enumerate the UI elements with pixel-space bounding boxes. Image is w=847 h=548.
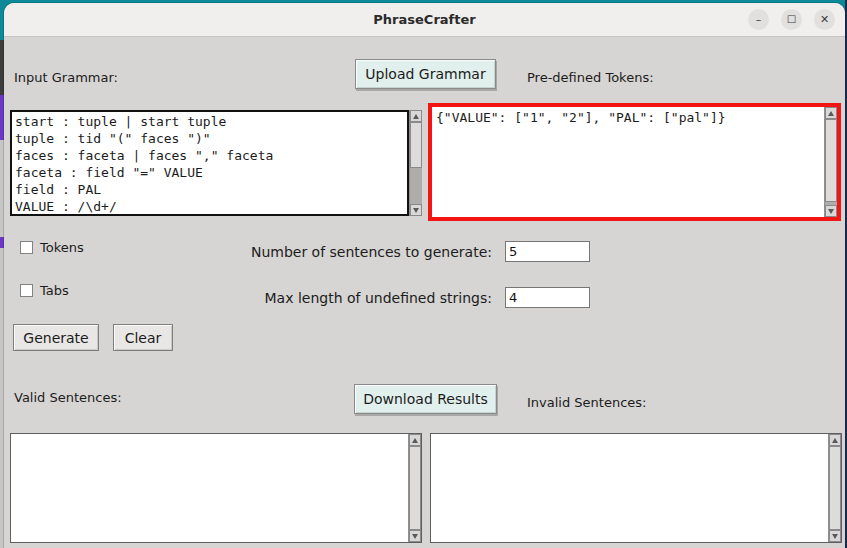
tokens-checkbox[interactable]	[20, 241, 33, 254]
invalid-sentences-label: Invalid Sentences:	[527, 395, 646, 410]
titlebar[interactable]: PhraseCrafter – □ ✕	[4, 3, 845, 37]
scrollbar-thumb[interactable]	[410, 122, 422, 168]
scroll-down-icon[interactable]	[825, 205, 837, 217]
upload-grammar-button[interactable]: Upload Grammar	[355, 59, 496, 89]
scrollbar-track[interactable]	[409, 446, 421, 530]
input-grammar-label: Input Grammar:	[14, 70, 118, 85]
scroll-down-icon[interactable]	[409, 530, 421, 542]
scroll-up-icon[interactable]	[829, 434, 841, 446]
valid-sentences-textarea[interactable]	[11, 434, 408, 542]
tokens-checkbox-label: Tokens	[40, 240, 84, 255]
minimize-icon: –	[756, 14, 762, 25]
maximize-icon: □	[787, 14, 796, 24]
scrollbar-track[interactable]	[410, 122, 422, 204]
valid-scrollbar[interactable]	[408, 434, 421, 542]
tokens-textarea[interactable]: {"VALUE": ["1", "2"], "PAL": ["pal"]}	[432, 107, 824, 217]
max-length-label: Max length of undefined strings:	[186, 290, 492, 306]
scroll-up-icon[interactable]	[410, 110, 422, 122]
scroll-down-icon[interactable]	[410, 204, 422, 216]
window-title: PhraseCrafter	[4, 12, 845, 27]
close-button[interactable]: ✕	[814, 9, 835, 30]
max-length-input[interactable]	[505, 287, 590, 308]
download-results-button[interactable]: Download Results	[354, 384, 497, 414]
scroll-down-icon[interactable]	[829, 530, 841, 542]
minimize-button[interactable]: –	[748, 9, 769, 30]
scrollbar-track[interactable]	[829, 446, 841, 530]
clear-button[interactable]: Clear	[113, 324, 173, 351]
scrollbar-track[interactable]	[825, 119, 837, 205]
generate-button[interactable]: Generate	[13, 324, 99, 351]
tokens-checkbox-row[interactable]: Tokens	[20, 240, 84, 255]
grammar-area: start : tuple | start tuple tuple : tid …	[10, 110, 422, 216]
invalid-scrollbar[interactable]	[828, 434, 841, 542]
maximize-button[interactable]: □	[781, 9, 802, 30]
valid-sentences-box	[10, 433, 422, 543]
scrollbar-thumb[interactable]	[829, 446, 841, 530]
app-window: PhraseCrafter – □ ✕ Input Grammar: Uploa…	[4, 3, 845, 548]
invalid-sentences-textarea[interactable]	[431, 434, 828, 542]
close-icon: ✕	[820, 14, 829, 25]
grammar-text[interactable]: start : tuple | start tuple tuple : tid …	[15, 113, 404, 215]
tabs-checkbox[interactable]	[20, 284, 33, 297]
tokens-highlight-box: {"VALUE": ["1", "2"], "PAL": ["pal"]}	[428, 103, 841, 221]
scroll-up-icon[interactable]	[825, 107, 837, 119]
scrollbar-thumb[interactable]	[409, 446, 421, 530]
scrollbar-thumb[interactable]	[825, 119, 837, 202]
invalid-sentences-box	[430, 433, 842, 543]
predefined-tokens-label: Pre-defined Tokens:	[527, 70, 654, 85]
scroll-up-icon[interactable]	[409, 434, 421, 446]
tabs-checkbox-row[interactable]: Tabs	[20, 283, 69, 298]
num-sentences-label: Number of sentences to generate:	[186, 244, 492, 260]
valid-sentences-label: Valid Sentences:	[14, 390, 122, 405]
grammar-scrollbar[interactable]	[409, 110, 422, 216]
tabs-checkbox-label: Tabs	[40, 283, 69, 298]
window-controls: – □ ✕	[748, 9, 835, 30]
num-sentences-input[interactable]	[505, 241, 590, 262]
grammar-textarea[interactable]: start : tuple | start tuple tuple : tid …	[10, 110, 409, 216]
tokens-scrollbar[interactable]	[824, 107, 837, 217]
tokens-text[interactable]: {"VALUE": ["1", "2"], "PAL": ["pal"]}	[436, 109, 820, 126]
